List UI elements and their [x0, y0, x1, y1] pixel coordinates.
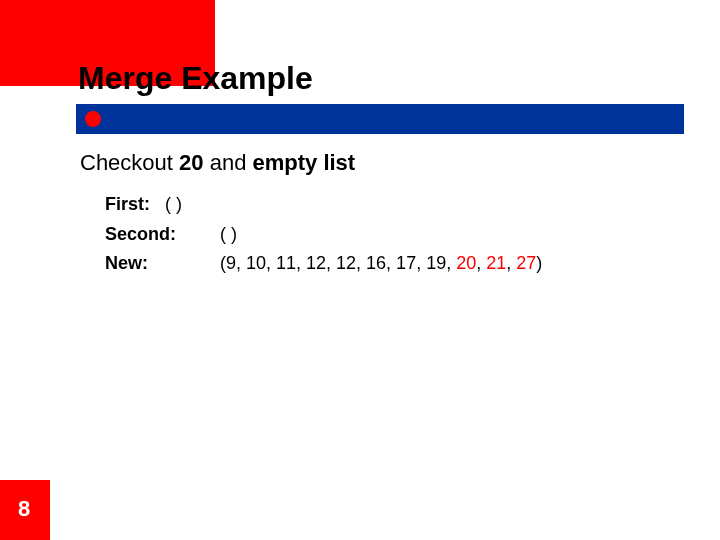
slide-title: Merge Example [78, 60, 700, 97]
value-second: ( ) [220, 220, 237, 250]
label-new: New: [105, 249, 190, 279]
subtitle-prefix: Checkout [80, 150, 179, 175]
page-number: 8 [18, 496, 30, 522]
label-first: First: [105, 190, 165, 220]
label-second: Second: [105, 220, 190, 250]
bullet-icon [85, 111, 101, 127]
value-first: ( ) [165, 190, 182, 220]
new-sep1: , [476, 253, 486, 273]
row-new: New: (9, 10, 11, 12, 12, 16, 17, 19, 20,… [105, 249, 700, 279]
title-underline-bar [76, 104, 684, 134]
new-prefix: (9, 10, 11, 12, 12, 16, 17, 19, [220, 253, 456, 273]
new-h1: 20 [456, 253, 476, 273]
row-first: First: ( ) [105, 190, 700, 220]
subtitle-phrase: empty list [252, 150, 355, 175]
new-sep2: , [506, 253, 516, 273]
new-suffix: ) [536, 253, 542, 273]
new-h2: 21 [486, 253, 506, 273]
subtitle-mid: and [204, 150, 253, 175]
row-second: Second: ( ) [105, 220, 700, 250]
value-new: (9, 10, 11, 12, 12, 16, 17, 19, 20, 21, … [220, 249, 542, 279]
content-area: First: ( ) Second: ( ) New: (9, 10, 11, … [105, 190, 700, 279]
new-h3: 27 [516, 253, 536, 273]
subtitle-number: 20 [179, 150, 203, 175]
subtitle: Checkout 20 and empty list [80, 150, 355, 176]
